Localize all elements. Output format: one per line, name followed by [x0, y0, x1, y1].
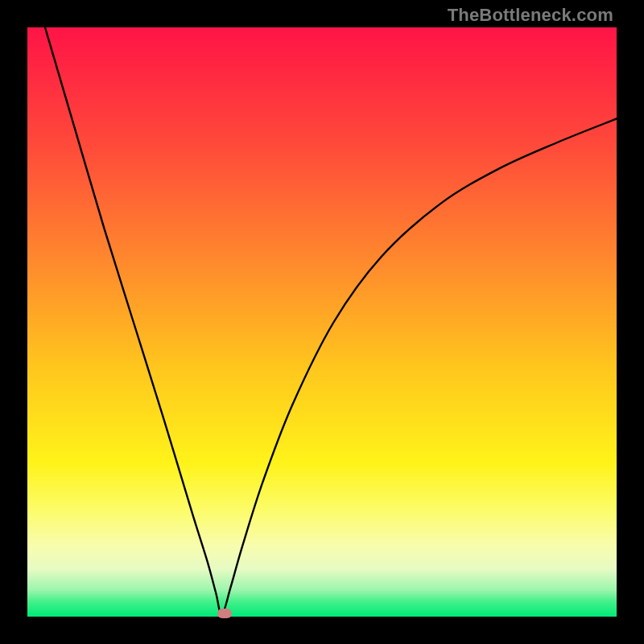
bottleneck-curve	[45, 27, 617, 615]
plot-area	[27, 27, 617, 617]
minimum-marker	[217, 609, 232, 618]
curve-layer	[27, 27, 617, 617]
watermark-text: TheBottleneck.com	[448, 5, 613, 26]
